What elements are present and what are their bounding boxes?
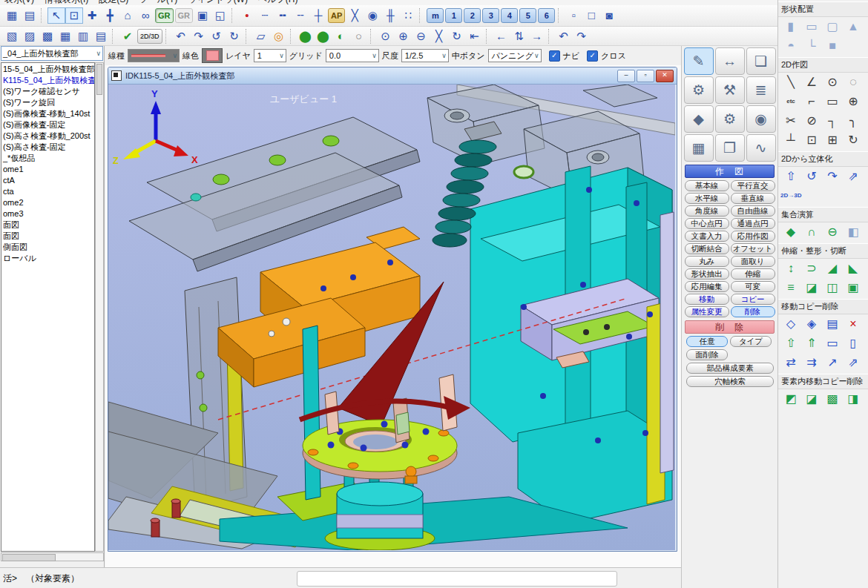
view-2-button[interactable]: 2: [464, 8, 481, 23]
view-rotate4-icon[interactable]: ↻: [226, 28, 243, 44]
menu-item[interactable]: 表示(V): [4, 0, 34, 4]
sweep-icon[interactable]: ↷: [822, 167, 843, 186]
dim-toggle-button[interactable]: 2D/3D: [137, 29, 162, 44]
command-button[interactable]: 応用編集: [685, 281, 729, 292]
tree-item[interactable]: K115-5_04_上面外観検査部: [1, 75, 94, 86]
move-box-icon[interactable]: ▭: [822, 334, 843, 353]
point-line-icon[interactable]: ┄: [256, 7, 274, 24]
command-button[interactable]: 通過点円: [731, 218, 775, 229]
block-icon[interactable]: ▭: [801, 17, 822, 36]
menu-item[interactable]: ウィンドウ(W): [188, 0, 248, 4]
command-button[interactable]: 垂直線: [731, 193, 775, 204]
segment2-icon[interactable]: ╌: [292, 7, 309, 24]
command-button[interactable]: 面削除: [686, 349, 728, 360]
window-focus-icon[interactable]: ◙: [600, 7, 618, 24]
mirror-icon[interactable]: ⇄: [780, 353, 801, 372]
command-button[interactable]: 伸縮: [731, 268, 775, 280]
routing-icon[interactable]: ∿: [746, 134, 776, 162]
cylinder-icon[interactable]: ▮: [780, 17, 801, 36]
elem-copy-icon[interactable]: ◪: [801, 389, 822, 409]
view-cube1-icon[interactable]: ▧: [3, 28, 21, 44]
scale-icon[interactable]: ↗: [822, 353, 843, 372]
cross-checkbox[interactable]: ✓: [587, 50, 598, 62]
points-box-icon[interactable]: ⊡: [801, 131, 822, 150]
tree-item[interactable]: (S)高さ検査-固定: [1, 142, 94, 153]
corner-icon[interactable]: ┐: [822, 111, 843, 131]
rect-icon[interactable]: ▭: [822, 92, 843, 111]
segment-icon[interactable]: ╍: [274, 7, 292, 24]
menu-item[interactable]: 設定(S): [99, 0, 128, 4]
tree-item[interactable]: (S)ワーク確認センサ: [1, 86, 94, 97]
group-element-icon[interactable]: ◱: [211, 7, 229, 24]
command-button[interactable]: 移動: [685, 294, 729, 305]
command-button[interactable]: 角度線: [685, 205, 729, 217]
parts-list-icon[interactable]: ▦: [684, 134, 714, 162]
group-window-icon[interactable]: ▣: [194, 7, 211, 24]
fit-2d-icon[interactable]: ✔: [119, 28, 137, 44]
command-button[interactable]: 切断結合: [685, 243, 729, 254]
command-button[interactable]: 丸み: [685, 256, 729, 267]
fillet-icon[interactable]: ╮: [843, 111, 864, 131]
stretch-icon[interactable]: ↕: [780, 259, 801, 278]
tree-item[interactable]: 15-5_04_上面外観検査部: [1, 64, 94, 75]
circle-center-icon[interactable]: ⊙: [822, 73, 843, 92]
page-view-icon[interactable]: ▱: [252, 28, 270, 44]
select-element-icon[interactable]: ↖: [47, 7, 65, 24]
tree-item[interactable]: 側面図: [1, 242, 94, 253]
cylinder-half-icon[interactable]: ◐: [332, 28, 350, 44]
menu-item[interactable]: ヘルプ(H): [258, 0, 298, 4]
circle-points-icon[interactable]: ◌: [843, 73, 864, 92]
to3d-icon[interactable]: 2D→3D: [780, 186, 801, 205]
draw-icon[interactable]: ✎: [684, 47, 714, 75]
view-cube2-icon[interactable]: ▨: [21, 28, 39, 44]
view-prev-box-icon[interactable]: ⇤: [466, 28, 484, 44]
zoom-in-icon[interactable]: ⊕: [395, 28, 412, 44]
tree-item[interactable]: ome1: [1, 164, 94, 175]
command-button[interactable]: 穴軸検索: [686, 376, 774, 387]
zoom-out-icon[interactable]: ⊖: [412, 28, 430, 44]
command-button[interactable]: 文書入力: [685, 231, 729, 242]
view-3-button[interactable]: 3: [482, 8, 499, 23]
move2d-icon[interactable]: ◇: [780, 314, 801, 334]
view-6-button[interactable]: 6: [538, 8, 555, 23]
command-button[interactable]: 水平線: [685, 193, 729, 204]
copy-solid-icon[interactable]: ⇑: [801, 334, 822, 353]
elem-move-icon[interactable]: ◩: [780, 389, 801, 409]
restore-button[interactable]: ▫: [637, 70, 654, 82]
elem-multi-icon[interactable]: ▩: [822, 389, 843, 409]
cylinder-empty-icon[interactable]: ○: [350, 28, 368, 44]
extrude-icon[interactable]: ⇧: [780, 167, 801, 186]
region-box-icon[interactable]: ⊞: [822, 131, 843, 150]
crosshair-icon[interactable]: ⊕: [843, 92, 864, 111]
setup-icon[interactable]: ⚙: [715, 105, 745, 133]
command-button[interactable]: 任意: [686, 336, 728, 347]
elbow-icon[interactable]: └: [801, 36, 822, 56]
gr-on-button[interactable]: GR: [155, 8, 174, 23]
menu-item[interactable]: 情報表示(I): [45, 0, 88, 4]
view-4-button[interactable]: 4: [501, 8, 518, 23]
loft-icon[interactable]: ⇗: [843, 167, 864, 186]
command-button[interactable]: 属性変更: [685, 306, 729, 317]
minimize-button[interactable]: –: [617, 70, 635, 82]
angle-line-icon[interactable]: ∠: [801, 73, 822, 92]
drag-move-icon[interactable]: ✚: [83, 7, 101, 24]
command-button[interactable]: 面取り: [731, 256, 775, 267]
ap-button[interactable]: AP: [328, 8, 345, 23]
boss-icon[interactable]: ▢: [822, 17, 843, 36]
tree-item[interactable]: ctA: [1, 175, 94, 186]
tree-item[interactable]: _*仮想品: [1, 153, 94, 164]
middle-button-select[interactable]: パンニング∨: [488, 49, 542, 62]
line-type-select[interactable]: ∨: [128, 49, 180, 62]
tree-item[interactable]: (S)高さ検査-移動_200st: [1, 131, 94, 142]
etc-icon[interactable]: etc: [780, 92, 801, 111]
command-button[interactable]: 部品構成要素: [686, 363, 774, 374]
window-m-icon[interactable]: ▫: [565, 7, 582, 24]
scale-copy-icon[interactable]: ⇗: [843, 353, 864, 372]
search-circle-icon[interactable]: ⊘: [801, 111, 822, 131]
command-button[interactable]: 応用作図: [731, 231, 775, 242]
analysis-icon[interactable]: ◉: [746, 105, 776, 133]
dimension-icon[interactable]: ↔: [715, 47, 745, 75]
view-cube3-icon[interactable]: ▩: [39, 28, 56, 44]
gr-off-button[interactable]: GR: [175, 8, 194, 23]
intersect-point-icon[interactable]: ╳: [346, 7, 364, 24]
